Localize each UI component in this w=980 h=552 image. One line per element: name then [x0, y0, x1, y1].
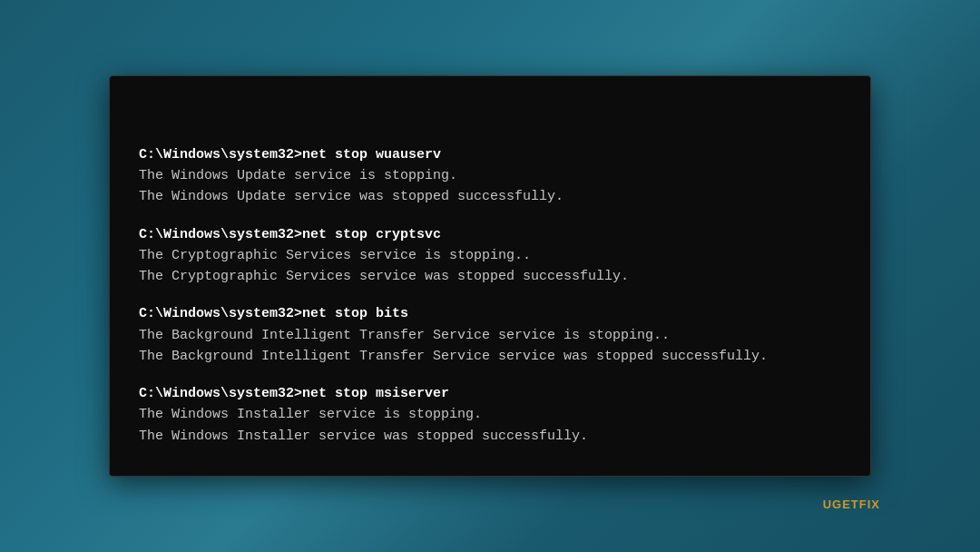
- command-line-3: C:\Windows\system32>net stop bits: [139, 306, 408, 321]
- output-line-4-2: The Windows Installer service was stoppe…: [139, 429, 588, 444]
- output-line-2-1: The Cryptographic Services service is st…: [139, 248, 531, 263]
- watermark-suffix: FIX: [859, 498, 880, 511]
- watermark-highlight: GET: [832, 498, 859, 511]
- output-line-3-2: The Background Intelligent Transfer Serv…: [139, 349, 768, 364]
- command-line-2: C:\Windows\system32>net stop cryptsvc: [139, 227, 441, 242]
- watermark-logo: UGETFIX: [823, 498, 880, 511]
- terminal-block-3: C:\Windows\system32>net stop bits The Ba…: [139, 303, 841, 367]
- command-line-4: C:\Windows\system32>net stop msiserver: [139, 386, 449, 401]
- terminal-block-2: C:\Windows\system32>net stop cryptsvc Th…: [139, 224, 841, 288]
- output-line-1-1: The Windows Update service is stopping.: [139, 168, 457, 183]
- output-line-3-1: The Background Intelligent Transfer Serv…: [139, 328, 670, 343]
- output-line-2-2: The Cryptographic Services service was s…: [139, 269, 629, 284]
- terminal-block-1: C:\Windows\system32>net stop wuauserv Th…: [139, 144, 841, 208]
- terminal-content: C:\Windows\system32>net stop wuauserv Th…: [139, 102, 841, 447]
- command-line-1: C:\Windows\system32>net stop wuauserv: [139, 147, 441, 163]
- output-line-4-1: The Windows Installer service is stoppin…: [139, 407, 482, 422]
- output-line-1-2: The Windows Update service was stopped s…: [139, 189, 564, 204]
- watermark-prefix: U: [823, 498, 832, 511]
- terminal-window: C:\Windows\system32>net stop wuauserv Th…: [109, 75, 871, 477]
- terminal-block-4: C:\Windows\system32>net stop msiserver T…: [139, 383, 841, 447]
- terminal-wrapper: C:\Windows\system32>net stop wuauserv Th…: [100, 75, 880, 477]
